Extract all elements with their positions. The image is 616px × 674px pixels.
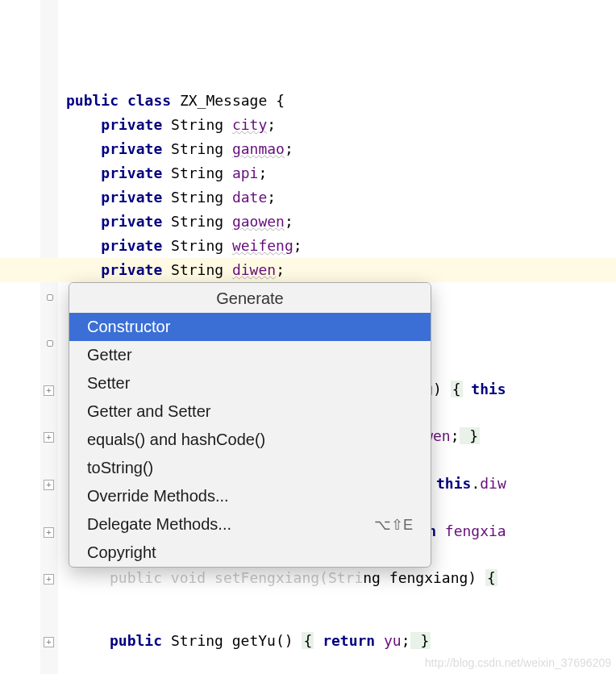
fold-expand-icon[interactable]: + xyxy=(44,480,54,490)
semicolon: ; xyxy=(267,116,276,133)
type: String xyxy=(171,140,223,157)
popup-item-label: equals() and hashCode() xyxy=(87,431,265,449)
fold-expand-icon[interactable]: + xyxy=(44,385,54,396)
type: String xyxy=(171,116,223,133)
semicolon: ; xyxy=(267,189,276,206)
popup-item-getter-setter[interactable]: Getter and Setter xyxy=(69,397,431,426)
popup-item-label: Constructor xyxy=(87,318,170,336)
popup-item-label: Override Methods... xyxy=(87,487,229,506)
type: String xyxy=(171,164,223,181)
fold-marker-icon[interactable] xyxy=(47,294,53,301)
popup-item-delegate-methods[interactable]: Delegate Methods...⌥⇧E xyxy=(69,510,431,539)
keyword-private: private xyxy=(101,116,162,133)
field-name: ganmao xyxy=(232,140,285,157)
popup-item-getter[interactable]: Getter xyxy=(69,341,431,369)
keyword-private: private xyxy=(101,189,162,206)
popup-item-equals-hashcode[interactable]: equals() and hashCode() xyxy=(69,426,431,454)
popup-item-label: Getter xyxy=(87,346,132,364)
field-name: date xyxy=(232,189,267,206)
fold-expand-icon[interactable]: + xyxy=(44,574,54,585)
code-fragment: public void setFengxiang(String fengxian… xyxy=(110,569,497,586)
keyword-public: public xyxy=(66,92,119,109)
field-name: diwen xyxy=(232,261,276,278)
popup-item-label: toString() xyxy=(87,459,153,477)
type: String xyxy=(171,189,223,206)
field-name: weifeng xyxy=(232,237,293,254)
semicolon: ; xyxy=(293,237,302,254)
watermark-text: http://blog.csdn.net/weixin_37696209 xyxy=(425,656,611,669)
semicolon: ; xyxy=(258,164,267,181)
type: String xyxy=(171,261,223,278)
popup-item-label: Getter and Setter xyxy=(87,402,210,421)
keyword-private: private xyxy=(101,213,162,230)
keyword-private: private xyxy=(101,261,162,278)
popup-shortcut: ⌥⇧E xyxy=(374,516,413,534)
semicolon: ; xyxy=(276,261,285,278)
class-name: ZX_Message xyxy=(180,92,267,109)
popup-item-copyright[interactable]: Copyright xyxy=(69,539,431,567)
keyword-class: class xyxy=(127,92,171,109)
popup-item-label: Copyright xyxy=(87,543,156,562)
brace-open: { xyxy=(276,92,285,109)
fold-expand-icon[interactable]: + xyxy=(44,527,54,538)
popup-item-label: Delegate Methods... xyxy=(87,515,231,534)
fold-expand-icon[interactable]: + xyxy=(44,637,54,647)
generate-popup: Generate Constructor Getter Setter Gette… xyxy=(69,282,431,568)
semicolon: ; xyxy=(285,213,293,230)
fold-marker-icon[interactable] xyxy=(47,340,53,347)
popup-item-override-methods[interactable]: Override Methods... xyxy=(69,482,431,510)
type: String xyxy=(171,213,223,230)
keyword-private: private xyxy=(101,237,162,254)
field-name: api xyxy=(232,164,259,181)
popup-title: Generate xyxy=(69,283,431,313)
type: String xyxy=(171,237,223,254)
field-name: gaowen xyxy=(232,213,285,230)
keyword-private: private xyxy=(101,164,162,181)
popup-item-constructor[interactable]: Constructor xyxy=(69,313,431,341)
popup-item-tostring[interactable]: toString() xyxy=(69,454,431,482)
code-fragment: public String getYu() { return yu; } xyxy=(110,632,431,649)
semicolon: ; xyxy=(285,140,293,157)
editor-gutter: + + + + + + xyxy=(0,0,58,674)
keyword-private: private xyxy=(101,140,162,157)
gutter-strip xyxy=(40,0,58,674)
fold-expand-icon[interactable]: + xyxy=(44,432,54,443)
popup-item-setter[interactable]: Setter xyxy=(69,369,431,397)
popup-item-label: Setter xyxy=(87,374,130,393)
field-name: city xyxy=(232,116,267,133)
